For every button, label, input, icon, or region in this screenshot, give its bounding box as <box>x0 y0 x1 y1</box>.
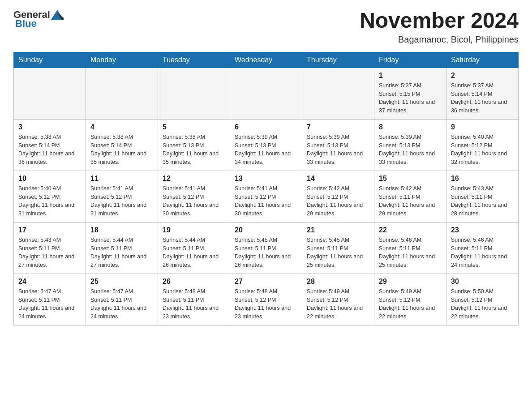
day-number: 19 <box>163 226 225 234</box>
day-number: 18 <box>90 226 153 234</box>
day-number: 6 <box>235 123 297 131</box>
day-info: Sunrise: 5:41 AM Sunset: 5:12 PM Dayligh… <box>235 184 297 218</box>
calendar-week-2: 3Sunrise: 5:38 AM Sunset: 5:14 PM Daylig… <box>14 119 519 171</box>
day-number: 22 <box>379 226 442 234</box>
day-info: Sunrise: 5:42 AM Sunset: 5:11 PM Dayligh… <box>379 184 442 218</box>
day-number: 4 <box>90 123 153 131</box>
calendar-cell: 12Sunrise: 5:41 AM Sunset: 5:12 PM Dayli… <box>158 171 230 222</box>
calendar-cell: 14Sunrise: 5:42 AM Sunset: 5:12 PM Dayli… <box>302 171 374 222</box>
day-info: Sunrise: 5:40 AM Sunset: 5:12 PM Dayligh… <box>451 133 514 167</box>
calendar-cell: 15Sunrise: 5:42 AM Sunset: 5:11 PM Dayli… <box>374 171 446 222</box>
day-number: 10 <box>18 175 81 183</box>
day-number: 15 <box>379 175 442 183</box>
day-info: Sunrise: 5:41 AM Sunset: 5:12 PM Dayligh… <box>90 184 153 218</box>
day-info: Sunrise: 5:45 AM Sunset: 5:11 PM Dayligh… <box>307 236 369 270</box>
calendar-cell: 5Sunrise: 5:38 AM Sunset: 5:13 PM Daylig… <box>158 119 230 171</box>
day-info: Sunrise: 5:37 AM Sunset: 5:14 PM Dayligh… <box>451 81 514 115</box>
calendar-cell: 18Sunrise: 5:44 AM Sunset: 5:11 PM Dayli… <box>86 222 158 274</box>
day-number: 17 <box>18 226 81 234</box>
day-header-wednesday: Wednesday <box>230 52 302 68</box>
day-number: 20 <box>235 226 297 234</box>
day-info: Sunrise: 5:48 AM Sunset: 5:12 PM Dayligh… <box>235 287 297 321</box>
calendar-cell <box>86 68 158 119</box>
calendar-cell: 24Sunrise: 5:47 AM Sunset: 5:11 PM Dayli… <box>14 274 86 325</box>
calendar-cell: 27Sunrise: 5:48 AM Sunset: 5:12 PM Dayli… <box>230 274 302 325</box>
day-number: 3 <box>18 123 81 131</box>
calendar-cell: 26Sunrise: 5:48 AM Sunset: 5:11 PM Dayli… <box>158 274 230 325</box>
day-number: 1 <box>379 72 442 80</box>
day-number: 12 <box>163 175 225 183</box>
calendar-cell: 29Sunrise: 5:49 AM Sunset: 5:12 PM Dayli… <box>374 274 446 325</box>
day-info: Sunrise: 5:43 AM Sunset: 5:11 PM Dayligh… <box>18 236 81 270</box>
day-info: Sunrise: 5:40 AM Sunset: 5:12 PM Dayligh… <box>18 184 81 218</box>
day-info: Sunrise: 5:38 AM Sunset: 5:14 PM Dayligh… <box>18 133 81 167</box>
calendar-cell: 8Sunrise: 5:39 AM Sunset: 5:13 PM Daylig… <box>374 119 446 171</box>
calendar-cell: 13Sunrise: 5:41 AM Sunset: 5:12 PM Dayli… <box>230 171 302 222</box>
day-number: 9 <box>451 123 514 131</box>
calendar-cell: 6Sunrise: 5:39 AM Sunset: 5:13 PM Daylig… <box>230 119 302 171</box>
day-info: Sunrise: 5:39 AM Sunset: 5:13 PM Dayligh… <box>379 133 442 167</box>
day-number: 13 <box>235 175 297 183</box>
title-block: November 2024 Bagamanoc, Bicol, Philippi… <box>360 9 519 45</box>
calendar-title: November 2024 <box>360 9 519 33</box>
logo-blue-text: Blue <box>15 18 37 30</box>
day-number: 16 <box>451 175 514 183</box>
calendar-cell: 30Sunrise: 5:50 AM Sunset: 5:12 PM Dayli… <box>446 274 519 325</box>
calendar-cell: 9Sunrise: 5:40 AM Sunset: 5:12 PM Daylig… <box>446 119 519 171</box>
day-info: Sunrise: 5:44 AM Sunset: 5:11 PM Dayligh… <box>163 236 225 270</box>
calendar-cell <box>302 68 374 119</box>
day-number: 7 <box>307 123 369 131</box>
day-info: Sunrise: 5:49 AM Sunset: 5:12 PM Dayligh… <box>379 287 442 321</box>
calendar-cell <box>230 68 302 119</box>
calendar-week-4: 17Sunrise: 5:43 AM Sunset: 5:11 PM Dayli… <box>14 222 519 274</box>
calendar-cell: 11Sunrise: 5:41 AM Sunset: 5:12 PM Dayli… <box>86 171 158 222</box>
calendar-week-1: 1Sunrise: 5:37 AM Sunset: 5:15 PM Daylig… <box>14 68 519 119</box>
day-info: Sunrise: 5:45 AM Sunset: 5:11 PM Dayligh… <box>235 236 297 270</box>
day-info: Sunrise: 5:47 AM Sunset: 5:11 PM Dayligh… <box>90 287 153 321</box>
logo-icon <box>51 10 64 20</box>
day-info: Sunrise: 5:46 AM Sunset: 5:11 PM Dayligh… <box>451 236 514 270</box>
calendar-week-3: 10Sunrise: 5:40 AM Sunset: 5:12 PM Dayli… <box>14 171 519 222</box>
day-info: Sunrise: 5:48 AM Sunset: 5:11 PM Dayligh… <box>163 287 225 321</box>
calendar-cell: 28Sunrise: 5:49 AM Sunset: 5:12 PM Dayli… <box>302 274 374 325</box>
day-number: 29 <box>379 278 442 286</box>
day-number: 26 <box>163 278 225 286</box>
calendar-cell: 25Sunrise: 5:47 AM Sunset: 5:11 PM Dayli… <box>86 274 158 325</box>
logo: General Blue <box>13 9 64 30</box>
day-header-saturday: Saturday <box>446 52 519 68</box>
calendar-week-5: 24Sunrise: 5:47 AM Sunset: 5:11 PM Dayli… <box>14 274 519 325</box>
calendar-cell: 3Sunrise: 5:38 AM Sunset: 5:14 PM Daylig… <box>14 119 86 171</box>
day-number: 25 <box>90 278 153 286</box>
day-header-monday: Monday <box>86 52 158 68</box>
day-number: 24 <box>18 278 81 286</box>
calendar-table: SundayMondayTuesdayWednesdayThursdayFrid… <box>13 52 519 325</box>
day-number: 5 <box>163 123 225 131</box>
day-number: 30 <box>451 278 514 286</box>
day-info: Sunrise: 5:43 AM Sunset: 5:11 PM Dayligh… <box>451 184 514 218</box>
calendar-cell: 16Sunrise: 5:43 AM Sunset: 5:11 PM Dayli… <box>446 171 519 222</box>
day-info: Sunrise: 5:50 AM Sunset: 5:12 PM Dayligh… <box>451 287 514 321</box>
day-info: Sunrise: 5:39 AM Sunset: 5:13 PM Dayligh… <box>235 133 297 167</box>
calendar-cell: 17Sunrise: 5:43 AM Sunset: 5:11 PM Dayli… <box>14 222 86 274</box>
day-info: Sunrise: 5:38 AM Sunset: 5:14 PM Dayligh… <box>90 133 153 167</box>
calendar-cell <box>158 68 230 119</box>
calendar-subtitle: Bagamanoc, Bicol, Philippines <box>360 34 519 45</box>
day-number: 27 <box>235 278 297 286</box>
calendar-cell: 1Sunrise: 5:37 AM Sunset: 5:15 PM Daylig… <box>374 68 446 119</box>
day-number: 28 <box>307 278 369 286</box>
day-number: 2 <box>451 72 514 80</box>
day-info: Sunrise: 5:39 AM Sunset: 5:13 PM Dayligh… <box>307 133 369 167</box>
calendar-cell <box>14 68 86 119</box>
day-info: Sunrise: 5:38 AM Sunset: 5:13 PM Dayligh… <box>163 133 225 167</box>
day-info: Sunrise: 5:44 AM Sunset: 5:11 PM Dayligh… <box>90 236 153 270</box>
calendar-cell: 2Sunrise: 5:37 AM Sunset: 5:14 PM Daylig… <box>446 68 519 119</box>
calendar-cell: 23Sunrise: 5:46 AM Sunset: 5:11 PM Dayli… <box>446 222 519 274</box>
calendar-cell: 19Sunrise: 5:44 AM Sunset: 5:11 PM Dayli… <box>158 222 230 274</box>
page-header: General Blue November 2024 Bagamanoc, Bi… <box>13 9 519 45</box>
day-header-sunday: Sunday <box>14 52 86 68</box>
calendar-cell: 22Sunrise: 5:46 AM Sunset: 5:11 PM Dayli… <box>374 222 446 274</box>
calendar-cell: 20Sunrise: 5:45 AM Sunset: 5:11 PM Dayli… <box>230 222 302 274</box>
day-number: 8 <box>379 123 442 131</box>
day-number: 21 <box>307 226 369 234</box>
day-info: Sunrise: 5:41 AM Sunset: 5:12 PM Dayligh… <box>163 184 225 218</box>
